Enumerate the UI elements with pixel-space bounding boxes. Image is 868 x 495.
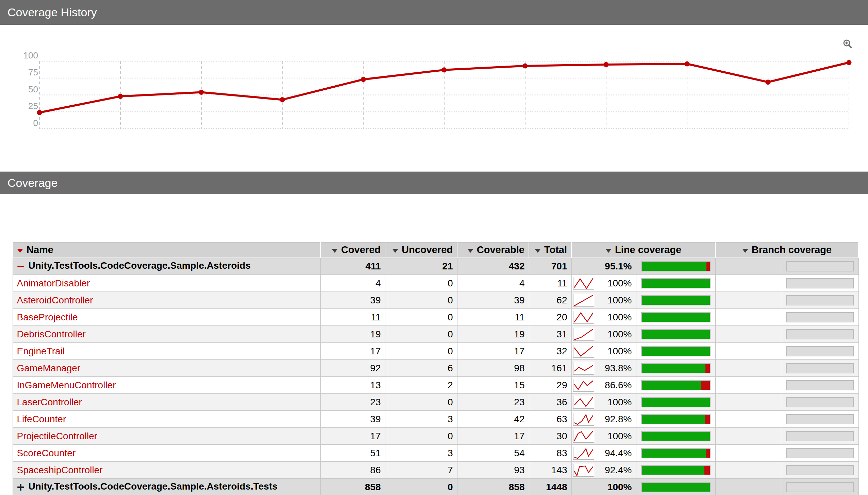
table-row: AnimatorDisabler40411100%: [13, 275, 858, 292]
line-coverage-percent: 92.8%: [605, 414, 632, 424]
cell-line-coverage-percent: 100%: [571, 428, 636, 445]
sort-down-icon[interactable]: [535, 249, 541, 253]
cell-name: SpaceshipController: [13, 462, 321, 479]
uncovered-segment: [705, 415, 709, 424]
cell-uncovered: 0: [385, 428, 457, 445]
cell-name: +Unity.TestTools.CodeCoverage.Sample.Ast…: [13, 479, 321, 495]
cell-branch-coverage-bar: [781, 479, 858, 495]
cell-coverable: 15: [457, 377, 529, 394]
covered-segment: [642, 279, 710, 288]
cell-covered: 411: [321, 258, 385, 275]
class-link[interactable]: AsteroidController: [17, 295, 93, 305]
cell-total: 32: [529, 343, 571, 360]
table-row: +Unity.TestTools.CodeCoverage.Sample.Ast…: [13, 479, 858, 495]
history-sparkline-icon: [573, 294, 594, 307]
cell-line-coverage-bar: [636, 326, 715, 343]
cell-covered: 39: [321, 292, 385, 309]
cell-line-coverage-percent: 100%: [571, 343, 636, 360]
cell-line-coverage-percent: 100%: [571, 326, 636, 343]
expand-assembly-icon[interactable]: +: [17, 481, 29, 493]
cell-total: 29: [529, 377, 571, 394]
coverage-history-section-header: Coverage History: [0, 0, 868, 25]
table-row: DebrisController1901931100%: [13, 326, 858, 343]
column-header-uncovered[interactable]: Uncovered: [385, 243, 457, 258]
assembly-name: Unity.TestTools.CodeCoverage.Sample.Aste…: [29, 481, 278, 492]
cell-uncovered: 0: [385, 394, 457, 411]
collapse-assembly-icon[interactable]: −: [17, 260, 29, 272]
class-link[interactable]: EngineTrail: [17, 346, 65, 356]
cell-branch-coverage-bar: [781, 462, 858, 479]
class-link[interactable]: InGameMenuController: [17, 380, 116, 390]
y-axis-tick-label: 25: [28, 101, 38, 111]
column-header-branch-coverage[interactable]: Branch coverage: [715, 243, 858, 258]
cell-branch-coverage-percent: [715, 292, 781, 309]
cell-name: EngineTrail: [13, 343, 321, 360]
cell-branch-coverage-bar: [781, 428, 858, 445]
column-header-name[interactable]: Name: [13, 243, 321, 258]
cell-line-coverage-percent: 92.4%: [571, 462, 636, 479]
uncovered-segment: [706, 449, 709, 458]
covered-segment: [642, 415, 705, 424]
class-link[interactable]: SpaceshipController: [17, 465, 103, 475]
cell-uncovered: 0: [385, 479, 457, 495]
class-link[interactable]: AnimatorDisabler: [17, 278, 90, 288]
cell-uncovered: 7: [385, 462, 457, 479]
column-header-total[interactable]: Total: [529, 243, 571, 258]
column-header-covered[interactable]: Covered: [321, 243, 385, 258]
table-row: LifeCounter393426392.8%: [13, 411, 858, 428]
cell-name: LaserController: [13, 394, 321, 411]
cell-branch-coverage-bar: [781, 343, 858, 360]
line-coverage-bar: [641, 482, 710, 492]
sort-down-icon[interactable]: [605, 249, 611, 253]
table-row: InGameMenuController132152986.6%: [13, 377, 858, 394]
class-link[interactable]: ProjectileController: [17, 431, 98, 441]
cell-branch-coverage-percent: [715, 479, 781, 495]
covered-segment: [642, 364, 706, 373]
line-coverage-bar: [641, 278, 710, 288]
cell-covered: 39: [321, 411, 385, 428]
class-link[interactable]: GameManager: [17, 363, 81, 373]
covered-segment: [642, 483, 710, 492]
class-link[interactable]: LifeCounter: [17, 414, 66, 424]
branch-coverage-bar-empty: [786, 465, 854, 475]
sort-down-icon[interactable]: [392, 249, 398, 253]
line-coverage-percent: 93.8%: [605, 363, 632, 373]
assembly-name: Unity.TestTools.CodeCoverage.Sample.Aste…: [29, 260, 251, 271]
cell-covered: 51: [321, 445, 385, 462]
column-header-line-coverage[interactable]: Line coverage: [571, 243, 715, 258]
data-point: [685, 61, 690, 66]
cell-coverable: 19: [457, 326, 529, 343]
cell-name: GameManager: [13, 360, 321, 377]
column-header-coverable[interactable]: Coverable: [457, 243, 529, 258]
sort-down-icon[interactable]: [17, 249, 23, 253]
line-coverage-percent: 92.4%: [605, 465, 632, 475]
class-link[interactable]: BaseProjectile: [17, 312, 78, 322]
cell-line-coverage-bar: [636, 411, 715, 428]
cell-line-coverage-percent: 100%: [571, 394, 636, 411]
covered-segment: [642, 466, 705, 475]
covered-segment: [642, 449, 706, 458]
sort-down-icon[interactable]: [742, 249, 748, 253]
sort-down-icon[interactable]: [332, 249, 338, 253]
sort-down-icon[interactable]: [467, 249, 473, 253]
cell-uncovered: 0: [385, 343, 457, 360]
class-link[interactable]: ScoreCounter: [17, 448, 76, 458]
cell-name: ProjectileController: [13, 428, 321, 445]
cell-coverable: 42: [457, 411, 529, 428]
cell-branch-coverage-percent: [715, 394, 781, 411]
cell-line-coverage-bar: [636, 377, 715, 394]
data-point: [361, 77, 366, 82]
covered-segment: [642, 347, 710, 356]
line-coverage-bar: [641, 346, 710, 356]
class-link[interactable]: LaserController: [17, 397, 82, 407]
cell-name: AnimatorDisabler: [13, 275, 321, 292]
chart-zoom-icon[interactable]: [843, 39, 852, 49]
line-coverage-bar: [641, 329, 710, 339]
cell-line-coverage-bar: [636, 309, 715, 326]
cell-uncovered: 3: [385, 445, 457, 462]
cell-line-coverage-percent: 92.8%: [571, 411, 636, 428]
cell-branch-coverage-bar: [781, 394, 858, 411]
cell-line-coverage-bar: [636, 258, 715, 275]
table-row: EngineTrail1701732100%: [13, 343, 858, 360]
class-link[interactable]: DebrisController: [17, 329, 86, 339]
